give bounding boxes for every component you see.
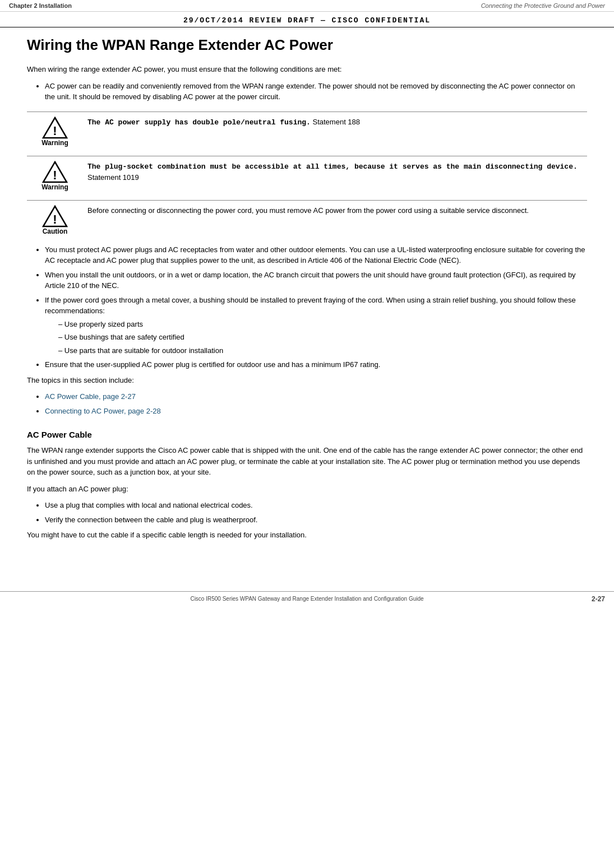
caution-icon-col: ! Caution <box>27 205 83 235</box>
caution-text: Before connecting or disconnecting the p… <box>87 206 529 215</box>
section-label: Connecting the Protective Ground and Pow… <box>481 2 605 9</box>
chapter-label: Chapter 2 Installation <box>9 2 72 9</box>
warning-icon-col-1: ! Warning <box>27 117 83 147</box>
ac-power-cable-para1: The WPAN range extender supports the Cis… <box>27 445 587 478</box>
topics-links-list: AC Power Cable, page 2-27 Connecting to … <box>45 391 587 416</box>
intro-bullet-1: AC power can be readily and conveniently… <box>45 81 587 103</box>
warning-regular-text-1: Statement 188 <box>311 118 360 126</box>
svg-text:!: ! <box>53 168 57 182</box>
intro-bullet-list: AC power can be readily and conveniently… <box>45 81 587 103</box>
warning-block-2: ! Warning The plug-socket combination mu… <box>27 156 587 191</box>
topics-link-2[interactable]: Connecting to AC Power, page 2-28 <box>45 406 587 417</box>
svg-text:!: ! <box>53 212 57 226</box>
footer: Cisco IR500 Series WPAN Gateway and Rang… <box>0 591 614 606</box>
page-content: Wiring the WPAN Range Extender AC Power … <box>0 36 614 569</box>
ac-power-cable-link[interactable]: AC Power Cable, page 2-27 <box>45 392 136 401</box>
ac-power-cable-bullets: Use a plug that complies with local and … <box>45 500 587 525</box>
warning-label-1: Warning <box>41 139 68 147</box>
caution-block: ! Caution Before connecting or disconnec… <box>27 200 587 235</box>
warning-icon-col-2: ! Warning <box>27 161 83 191</box>
warning-content-2: The plug-socket combination must be acce… <box>83 161 587 183</box>
sub-bullet-1: Use properly sized parts <box>58 319 587 330</box>
connecting-ac-power-link[interactable]: Connecting to AC Power, page 2-28 <box>45 407 161 415</box>
caution-content: Before connecting or disconnecting the p… <box>83 205 587 216</box>
intro-paragraph: When wiring the range extender AC power,… <box>27 64 587 75</box>
warning-regular-text-2: Statement 1019 <box>87 173 139 182</box>
sub-bullet-list: Use properly sized parts Use bushings th… <box>58 319 587 356</box>
body-bullet-2: When you install the unit outdoors, or i… <box>45 270 587 291</box>
topics-intro: The topics in this section include: <box>27 375 587 386</box>
body-bullet-1: You must protect AC power plugs and AC r… <box>45 244 587 266</box>
draft-banner: 29/OCT/2014 REVIEW DRAFT — CISCO CONFIDE… <box>0 12 614 27</box>
footer-page-num: 2-27 <box>592 595 605 603</box>
warning-content-1: The AC power supply has double pole/neut… <box>83 117 587 128</box>
warning-label-2: Warning <box>41 183 68 191</box>
caution-triangle-icon: ! <box>42 205 68 228</box>
body-bullet-4: Ensure that the user-supplied AC power p… <box>45 359 587 370</box>
warning-triangle-icon-2: ! <box>42 161 68 183</box>
sub-bullet-3: Use parts that are suitable for outdoor … <box>58 345 587 356</box>
warning-triangle-icon-1: ! <box>42 117 68 139</box>
ac-power-cable-para3: You might have to cut the cable if a spe… <box>27 530 587 541</box>
svg-text:!: ! <box>53 124 57 138</box>
caution-label: Caution <box>43 228 68 235</box>
footer-center: Cisco IR500 Series WPAN Gateway and Rang… <box>190 596 423 602</box>
page-title: Wiring the WPAN Range Extender AC Power <box>27 36 587 54</box>
sub-bullet-2: Use bushings that are safety certified <box>58 332 587 343</box>
topics-link-1[interactable]: AC Power Cable, page 2-27 <box>45 391 587 402</box>
body-bullet-list: You must protect AC power plugs and AC r… <box>45 244 587 370</box>
ac-power-cable-heading: AC Power Cable <box>27 430 587 439</box>
body-bullet-3: If the power cord goes through a metal c… <box>45 295 587 356</box>
warning-bold-text-2: The plug-socket combination must be acce… <box>87 163 578 171</box>
ac-bullet-2: Verify the connection between the cable … <box>45 514 587 526</box>
top-bar: Chapter 2 Installation Connecting the Pr… <box>0 0 614 12</box>
ac-power-cable-para2: If you attach an AC power plug: <box>27 484 587 495</box>
warning-block-1: ! Warning The AC power supply has double… <box>27 112 587 147</box>
ac-bullet-1: Use a plug that complies with local and … <box>45 500 587 511</box>
warning-bold-text-1: The AC power supply has double pole/neut… <box>87 118 311 127</box>
